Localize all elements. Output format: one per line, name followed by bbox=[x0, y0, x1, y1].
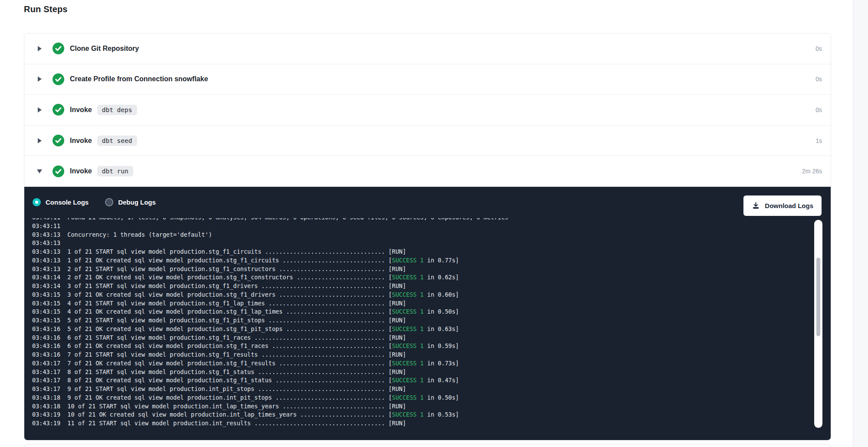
log-line: 03:43:14 2 of 21 OK created sql view mod… bbox=[32, 273, 809, 282]
log-tab-label: Debug Logs bbox=[118, 199, 156, 206]
step-command-badge: dbt seed bbox=[97, 136, 137, 146]
log-scrollbar-thumb[interactable] bbox=[816, 258, 820, 336]
success-check-icon bbox=[53, 166, 64, 177]
log-line: 03:43:18 9 of 21 OK created sql view mod… bbox=[32, 394, 809, 402]
log-line: 03:43:15 4 of 21 OK created sql view mod… bbox=[32, 308, 809, 316]
log-line: 03:43:13 1 of 21 START sql view model pr… bbox=[32, 248, 809, 256]
expand-chevron-icon[interactable] bbox=[36, 46, 43, 51]
expand-chevron-icon[interactable] bbox=[36, 107, 43, 113]
expand-chevron-icon[interactable] bbox=[36, 138, 43, 143]
run-step-row[interactable]: Invoke dbt deps 0s bbox=[24, 95, 831, 126]
log-tab-label: Console Logs bbox=[46, 199, 89, 206]
log-line: 03:43:19 10 of 21 OK created sql view mo… bbox=[32, 411, 809, 419]
radio-icon[interactable] bbox=[105, 198, 113, 206]
log-line: 03:43:17 8 of 21 OK created sql view mod… bbox=[32, 376, 809, 385]
success-check-icon bbox=[53, 135, 64, 146]
step-duration: 0s bbox=[815, 76, 822, 83]
log-line: 03:43:15 3 of 21 OK created sql view mod… bbox=[32, 291, 809, 299]
log-line: 03:43:13 1 of 21 OK created sql view mod… bbox=[32, 256, 809, 265]
step-command-badge: dbt run bbox=[97, 166, 133, 176]
download-logs-label: Download Logs bbox=[765, 202, 813, 209]
step-duration: 2m 26s bbox=[802, 168, 822, 175]
step-label: Create Profile from Connection snowflake bbox=[70, 75, 208, 83]
download-logs-button[interactable]: Download Logs bbox=[743, 195, 822, 216]
step-label: Invoke bbox=[70, 106, 92, 114]
log-line: 03:43:16 6 of 21 OK created sql view mod… bbox=[32, 342, 809, 351]
log-line: 03:43:13 Concurrency: 1 threads (target=… bbox=[32, 231, 809, 239]
run-step-row[interactable]: Clone Git Repository 0s bbox=[24, 33, 831, 64]
log-line: 03:43:15 5 of 21 START sql view model pr… bbox=[32, 316, 809, 325]
log-line: 03:43:17 7 of 21 OK created sql view mod… bbox=[32, 359, 809, 368]
log-scrollbar-track[interactable] bbox=[814, 220, 822, 428]
log-tab[interactable]: Debug Logs bbox=[105, 198, 156, 206]
step-duration: 0s bbox=[815, 45, 822, 52]
log-line: 03:43:14 3 of 21 START sql view model pr… bbox=[32, 282, 809, 291]
expand-chevron-icon[interactable] bbox=[36, 76, 43, 82]
log-tabs: Console Logs Debug Logs bbox=[33, 198, 156, 206]
log-line: 03:43:13 bbox=[32, 239, 809, 248]
success-check-icon bbox=[53, 73, 64, 85]
log-line: 03:43:16 5 of 21 OK created sql view mod… bbox=[32, 325, 809, 334]
log-line: 03:43:13 2 of 21 START sql view model pr… bbox=[32, 265, 809, 274]
step-command-badge: dbt deps bbox=[97, 105, 137, 115]
success-check-icon bbox=[53, 43, 64, 54]
run-steps-list: Clone Git Repository 0s Create Profile f… bbox=[24, 33, 831, 187]
log-line: 03:43:17 8 of 21 START sql view model pr… bbox=[32, 368, 809, 377]
run-step-row[interactable]: Invoke dbt seed 1s bbox=[24, 126, 831, 156]
log-tab[interactable]: Console Logs bbox=[33, 198, 89, 206]
log-line: 03:43:11 bbox=[32, 222, 809, 231]
log-line: 03:43:19 11 of 21 START sql view model p… bbox=[32, 419, 809, 428]
step-label: Clone Git Repository bbox=[70, 45, 139, 53]
run-step-row[interactable]: Create Profile from Connection snowflake… bbox=[24, 64, 831, 95]
run-step-row[interactable]: Invoke dbt run 2m 26s bbox=[24, 156, 831, 187]
step-label: Invoke bbox=[70, 167, 92, 175]
success-check-icon bbox=[53, 104, 64, 116]
download-icon bbox=[752, 202, 760, 210]
run-steps-card: Clone Git Repository 0s Create Profile f… bbox=[24, 33, 831, 440]
log-line: 03:43:18 10 of 21 START sql view model p… bbox=[32, 402, 809, 411]
page-title: Run Steps bbox=[24, 4, 68, 14]
next-section-edge bbox=[24, 444, 831, 447]
step-duration: 1s bbox=[815, 137, 822, 144]
log-line: 03:43:11 Found 21 models, 17 tests, 0 sn… bbox=[32, 218, 809, 222]
log-line: 03:43:16 6 of 21 START sql view model pr… bbox=[32, 334, 809, 342]
log-line: 03:43:15 4 of 21 START sql view model pr… bbox=[32, 299, 809, 308]
log-panel: Console Logs Debug Logs Download Logs 03… bbox=[24, 187, 831, 440]
expand-chevron-icon[interactable] bbox=[36, 169, 43, 173]
right-panel-edge bbox=[853, 0, 868, 447]
radio-icon[interactable] bbox=[33, 198, 41, 206]
step-duration: 0s bbox=[815, 106, 822, 113]
console-log-output[interactable]: 03:43:11 Found 21 models, 17 tests, 0 sn… bbox=[32, 218, 809, 432]
step-label: Invoke bbox=[70, 137, 92, 145]
log-line: 03:43:16 7 of 21 START sql view model pr… bbox=[32, 351, 809, 359]
log-line: 03:43:17 9 of 21 START sql view model pr… bbox=[32, 385, 809, 394]
